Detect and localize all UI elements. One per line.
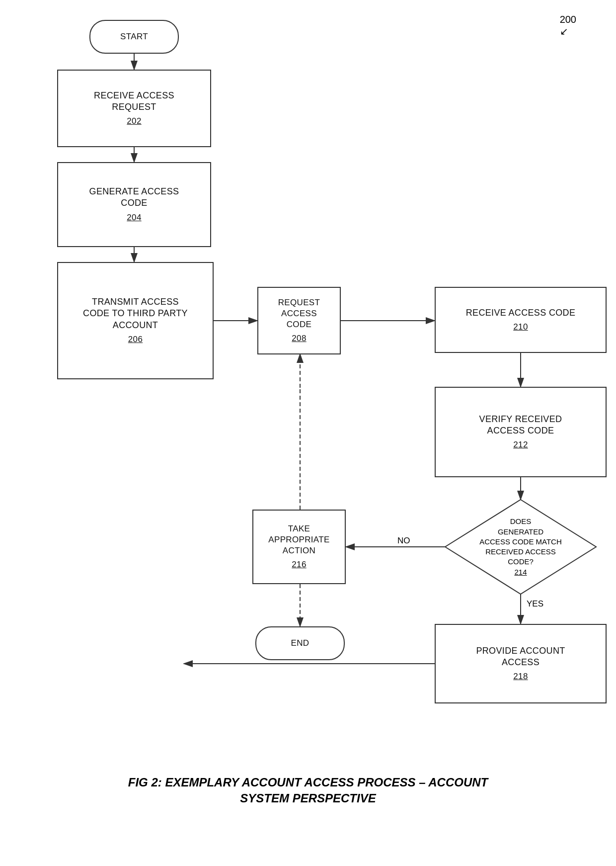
svg-marker-9 — [445, 500, 596, 594]
yes-label: YES — [527, 599, 543, 609]
no-label: NO — [397, 536, 410, 546]
fig-label-text: FIG 2: — [128, 776, 162, 789]
step-212-text: VERIFY RECEIVEDACCESS CODE — [479, 414, 562, 437]
ref-number: 200 ↙ — [560, 14, 576, 37]
step-204: GENERATE ACCESSCODE 204 — [57, 162, 211, 247]
fig-title-inline: EXEMPLARY ACCOUNT ACCESS PROCESS – ACCOU… — [165, 776, 488, 789]
end-terminal: END — [255, 626, 345, 660]
step-216-text: TAKE APPROPRIATEACTION — [261, 523, 337, 556]
step-202-num: 202 — [127, 116, 141, 126]
step-218: PROVIDE ACCOUNTACCESS 218 — [435, 624, 607, 703]
step-216-num: 216 — [292, 560, 306, 569]
step-208-num: 208 — [292, 334, 306, 343]
step-204-text: GENERATE ACCESSCODE — [89, 186, 179, 209]
ref-200-text: 200 — [560, 14, 576, 25]
step-210-num: 210 — [513, 322, 528, 332]
step-216: TAKE APPROPRIATEACTION 216 — [252, 510, 346, 584]
step-202-text: RECEIVE ACCESSREQUEST — [94, 90, 174, 113]
step-204-num: 204 — [127, 213, 141, 222]
step-218-num: 218 — [513, 672, 528, 681]
step-206: TRANSMIT ACCESSCODE TO THIRD PARTYACCOUN… — [57, 262, 214, 379]
step-208: REQUEST ACCESSCODE 208 — [257, 287, 341, 354]
start-label: START — [120, 31, 148, 42]
step-214-text: DOESGENERATEDACCESS CODE MATCHRECEIVED A… — [479, 517, 562, 577]
step-210-text: RECEIVE ACCESS CODE — [466, 307, 576, 319]
step-210: RECEIVE ACCESS CODE 210 — [435, 287, 607, 353]
step-206-text: TRANSMIT ACCESSCODE TO THIRD PARTYACCOUN… — [83, 296, 188, 331]
start-terminal: START — [89, 20, 179, 54]
step-212-num: 212 — [513, 440, 528, 449]
step-212: VERIFY RECEIVEDACCESS CODE 212 — [435, 387, 607, 477]
step-202: RECEIVE ACCESSREQUEST 202 — [57, 70, 211, 147]
step-206-num: 206 — [128, 335, 143, 344]
fig-subtitle: SYSTEM PERSPECTIVE — [30, 791, 586, 805]
end-label: END — [291, 638, 309, 649]
step-208-text: REQUEST ACCESSCODE — [266, 297, 332, 330]
step-218-text: PROVIDE ACCOUNTACCESS — [476, 645, 565, 669]
figure-caption: FIG 2: EXEMPLARY ACCOUNT ACCESS PROCESS … — [0, 776, 616, 805]
